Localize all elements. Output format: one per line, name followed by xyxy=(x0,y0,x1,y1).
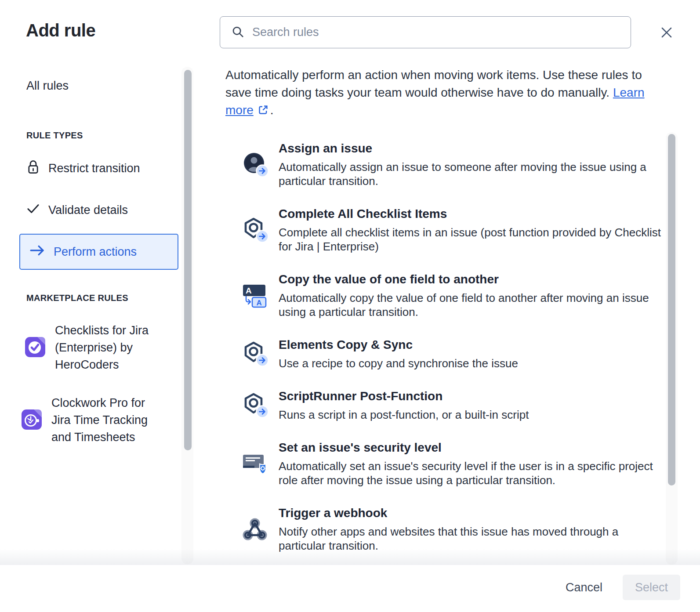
sidebar-section-rule-types: RULE TYPES xyxy=(26,130,83,141)
rule-description: Automatically set an issue's security le… xyxy=(279,459,666,487)
sidebar-item-all-rules[interactable]: All rules xyxy=(26,79,69,93)
rule-item-copy-field-value[interactable]: A A Copy the value of one field to anoth… xyxy=(193,272,666,319)
sidebar-item-restrict-transition[interactable]: Restrict transition xyxy=(26,159,140,177)
page-title: Add rule xyxy=(26,21,95,40)
footer-actions: Cancel Select xyxy=(566,575,680,600)
rule-description: Automatically assign an issue to someone… xyxy=(279,160,666,188)
rule-title: Assign an issue xyxy=(279,141,666,156)
intro-period: . xyxy=(270,103,274,117)
rule-description: Use a recipe to copy and synchronise the… xyxy=(279,356,518,370)
rule-title: Elements Copy & Sync xyxy=(279,337,518,352)
rule-title: Complete All Checklist Items xyxy=(279,206,666,221)
svg-text:A: A xyxy=(246,286,252,295)
content-scrollbar-thumb[interactable] xyxy=(668,134,675,485)
rule-item-complete-all-checklist-items[interactable]: Complete All Checklist Items Complete al… xyxy=(193,206,666,253)
assignee-avatar-icon xyxy=(242,152,270,178)
select-button[interactable]: Select xyxy=(623,575,680,600)
search-icon xyxy=(231,25,244,40)
cancel-button[interactable]: Cancel xyxy=(566,581,602,594)
search-input[interactable] xyxy=(252,25,622,39)
lock-icon xyxy=(26,159,40,177)
search-box[interactable] xyxy=(220,16,631,48)
sidebar-item-label: Checklists for Jira (Enterprise) by Hero… xyxy=(55,322,166,373)
check-icon xyxy=(26,203,40,217)
intro-sentence: Automatically perform an action when mov… xyxy=(225,68,642,99)
sidebar-item-clockwork-pro[interactable]: Clockwork Pro for Jira Time Tracking and… xyxy=(21,395,167,446)
sidebar-item-checklists-for-jira[interactable]: Checklists for Jira (Enterprise) by Hero… xyxy=(25,322,166,373)
rule-description: Runs a script in a post-function, or a b… xyxy=(279,408,529,422)
sidebar-item-perform-actions-selected[interactable]: Perform actions xyxy=(19,234,178,270)
intro-text: Automatically perform an action when mov… xyxy=(225,66,655,120)
rule-item-set-security-level[interactable]: Set an issue's security level Automatica… xyxy=(193,440,666,487)
sidebar-item-validate-details[interactable]: Validate details xyxy=(26,203,128,217)
marketplace-app-icon xyxy=(242,341,270,367)
rules-list: Assign an issue Automatically assign an … xyxy=(193,132,666,565)
rule-title: Trigger a webhook xyxy=(279,506,666,521)
rule-item-elements-copy-sync[interactable]: Elements Copy & Sync Use a recipe to cop… xyxy=(193,337,666,370)
webhook-icon xyxy=(242,516,270,543)
sidebar-scrollbar-thumb[interactable] xyxy=(184,70,192,450)
security-level-icon xyxy=(242,451,270,477)
footer-fade-divider xyxy=(0,549,700,565)
rule-item-scriptrunner-post-function[interactable]: ScriptRunner Post-Function Runs a script… xyxy=(193,389,666,422)
marketplace-app-icon xyxy=(242,217,270,243)
sidebar-item-label: Restrict transition xyxy=(48,162,140,175)
rule-description: Complete all checklist items in an issue… xyxy=(279,225,666,253)
sidebar-item-label: Perform actions xyxy=(54,245,137,259)
sidebar-item-label: Validate details xyxy=(48,203,128,217)
rule-title: ScriptRunner Post-Function xyxy=(279,389,529,404)
marketplace-app-icon xyxy=(242,392,270,419)
svg-text:A: A xyxy=(257,299,262,307)
sidebar-item-label: Clockwork Pro for Jira Time Tracking and… xyxy=(51,395,167,446)
copy-field-icon: A A xyxy=(242,282,270,309)
clockwork-app-icon xyxy=(21,409,42,432)
close-button[interactable] xyxy=(656,23,677,43)
rule-title: Set an issue's security level xyxy=(279,440,666,455)
rule-item-trigger-webhook[interactable]: Trigger a webhook Notify other apps and … xyxy=(193,506,666,553)
checklists-app-icon xyxy=(25,337,46,359)
arrow-right-icon xyxy=(29,245,45,259)
sidebar-section-marketplace: MARKETPLACE RULES xyxy=(26,293,128,303)
external-link-icon xyxy=(258,105,269,118)
rule-title: Copy the value of one field to another xyxy=(279,272,666,287)
close-icon xyxy=(660,26,673,40)
rule-description: Automatically copy the value of one fiel… xyxy=(279,291,666,319)
rule-item-assign-an-issue[interactable]: Assign an issue Automatically assign an … xyxy=(193,141,666,188)
